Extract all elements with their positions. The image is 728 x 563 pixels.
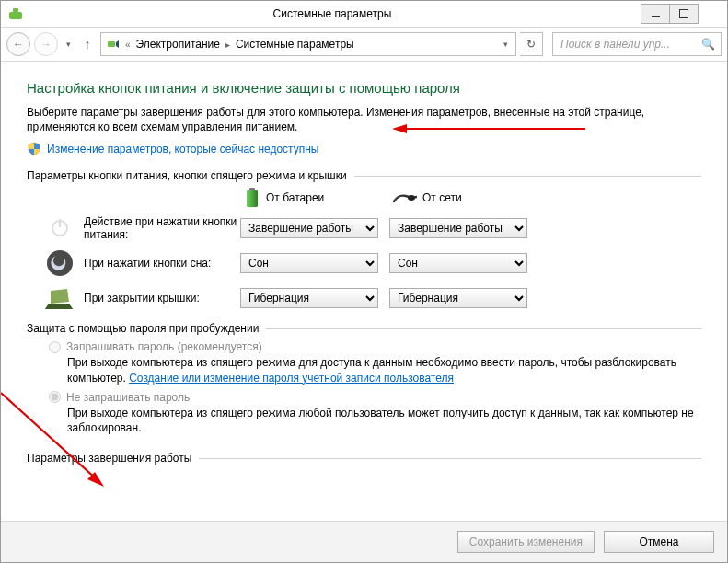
section-title: Защита с помощью пароля при пробуждении bbox=[27, 322, 701, 335]
up-button[interactable]: ↑ bbox=[78, 35, 97, 53]
svg-point-13 bbox=[47, 250, 73, 276]
svg-point-8 bbox=[408, 195, 415, 201]
chevron-right-icon: ▸ bbox=[225, 40, 230, 50]
columns-header: От батареи От сети bbox=[27, 188, 701, 208]
lid-ac-select[interactable]: Гибернация bbox=[389, 288, 527, 308]
window: Системные параметры ← → ▾ ↑ « Электропит… bbox=[0, 0, 728, 563]
power-battery-select[interactable]: Завершение работы bbox=[240, 218, 378, 238]
app-icon bbox=[8, 6, 23, 21]
page-heading: Настройка кнопок питания и включение защ… bbox=[27, 80, 701, 96]
row-label: При закрытии крышки: bbox=[84, 292, 240, 304]
uac-link[interactable]: Изменение параметров, которые сейчас нед… bbox=[47, 143, 319, 155]
row-lid: При закрытии крышки: Гибернация Гибернац… bbox=[27, 283, 701, 313]
col-ac-label: От сети bbox=[422, 191, 462, 204]
content: Настройка кнопок питания и включение защ… bbox=[1, 62, 727, 521]
power-button-icon bbox=[45, 213, 75, 243]
address-dropdown[interactable]: ▾ bbox=[500, 40, 512, 49]
search-box[interactable]: 🔍 bbox=[552, 32, 722, 56]
radio-label: Запрашивать пароль (рекомендуется) bbox=[66, 340, 262, 353]
back-button[interactable]: ← bbox=[6, 32, 30, 56]
section-title: Параметры кнопки питания, кнопки спящего… bbox=[27, 169, 701, 182]
breadcrumb-item[interactable]: Системные параметры bbox=[236, 38, 354, 51]
svg-marker-15 bbox=[87, 472, 104, 487]
save-button[interactable]: Сохранить изменения bbox=[457, 531, 595, 553]
radio-no-password-input bbox=[49, 391, 61, 403]
breadcrumb-item[interactable]: Электропитание bbox=[136, 38, 220, 51]
radio-request-password: Запрашивать пароль (рекомендуется) При в… bbox=[27, 340, 701, 385]
address-bar[interactable]: « Электропитание ▸ Системные параметры ▾ bbox=[100, 32, 516, 56]
battery-icon bbox=[244, 188, 260, 208]
create-password-link[interactable]: Создание или изменение пароля учетной за… bbox=[129, 372, 454, 385]
svg-rect-1 bbox=[13, 8, 18, 12]
uac-shield-icon bbox=[27, 142, 41, 156]
row-power-button: Действие при нажатии кнопки питания: Зав… bbox=[27, 213, 701, 243]
radio-desc: При выходе компьютера из спящего режима … bbox=[49, 355, 701, 385]
svg-rect-0 bbox=[9, 12, 22, 19]
section-title: Параметры завершения работы bbox=[27, 452, 701, 465]
refresh-button[interactable]: ↻ bbox=[520, 32, 543, 56]
window-title: Системные параметры bbox=[23, 7, 641, 20]
minimize-button[interactable] bbox=[641, 4, 670, 24]
row-label: При нажатии кнопки сна: bbox=[84, 257, 240, 270]
sleep-battery-select[interactable]: Сон bbox=[240, 253, 378, 273]
power-options-icon bbox=[105, 37, 120, 52]
svg-rect-2 bbox=[108, 41, 115, 47]
sleep-ac-select[interactable]: Сон bbox=[389, 253, 527, 273]
lid-battery-select[interactable]: Гибернация bbox=[240, 288, 378, 308]
cancel-button[interactable]: Отмена bbox=[604, 531, 714, 553]
radio-desc: При выходе компьютера из спящего режима … bbox=[49, 406, 701, 435]
search-icon[interactable]: 🔍 bbox=[701, 38, 715, 51]
search-input[interactable] bbox=[559, 37, 701, 52]
footer: Сохранить изменения Отмена bbox=[1, 521, 727, 562]
titlebar: Системные параметры bbox=[1, 1, 727, 28]
svg-rect-5 bbox=[249, 188, 255, 190]
chevron-icon: « bbox=[125, 40, 131, 50]
radio-label: Не запрашивать пароль bbox=[66, 391, 190, 404]
navbar: ← → ▾ ↑ « Электропитание ▸ Системные пар… bbox=[1, 28, 727, 62]
row-label: Действие при нажатии кнопки питания: bbox=[84, 215, 240, 241]
lid-icon bbox=[45, 283, 75, 313]
forward-button[interactable]: → bbox=[34, 32, 58, 56]
history-dropdown[interactable]: ▾ bbox=[62, 33, 75, 55]
radio-no-password: Не запрашивать пароль При выходе компьют… bbox=[27, 391, 701, 435]
col-battery-label: От батареи bbox=[266, 191, 324, 204]
maximize-button[interactable] bbox=[669, 4, 699, 24]
row-sleep-button: При нажатии кнопки сна: Сон Сон bbox=[27, 248, 701, 278]
radio-request-password-input bbox=[49, 341, 61, 353]
intro-text: Выберите параметры завершения работы для… bbox=[27, 105, 701, 134]
svg-rect-7 bbox=[247, 190, 258, 207]
sleep-button-icon bbox=[45, 248, 75, 278]
plug-icon bbox=[393, 190, 417, 205]
power-ac-select[interactable]: Завершение работы bbox=[389, 218, 527, 238]
